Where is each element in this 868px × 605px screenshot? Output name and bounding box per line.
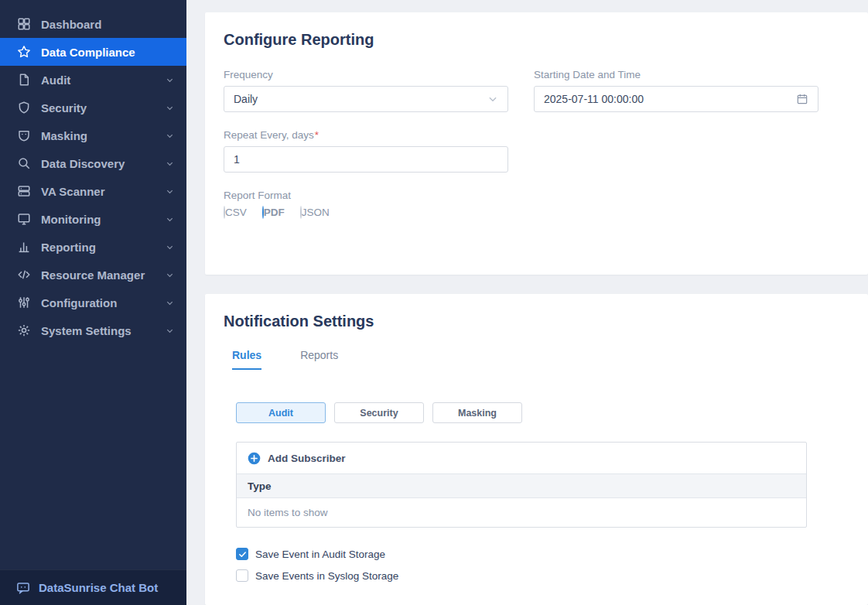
sidebar-item-label: Security — [41, 101, 155, 115]
sidebar-item-label: Dashboard — [41, 18, 174, 31]
table-header-type: Type — [237, 473, 806, 498]
checkbox-checked-icon — [236, 548, 248, 560]
notification-tabs: Rules Reports — [224, 349, 849, 370]
chevron-down-icon — [166, 299, 174, 307]
search-icon — [17, 156, 31, 170]
sidebar-item-security[interactable]: Security — [0, 94, 186, 121]
rules-panel: Audit Security Masking Add Subscriber Ty… — [224, 402, 849, 582]
storage-checkboxes: Save Event in Audit Storage Save Events … — [236, 548, 849, 582]
radio-csv[interactable]: CSV — [224, 207, 247, 218]
sidebar-item-label: Monitoring — [41, 213, 155, 226]
repeat-field: Repeat Every, days* — [224, 129, 508, 173]
app-root: Dashboard Data Compliance Audit Security — [0, 0, 868, 605]
document-icon — [17, 73, 31, 87]
add-subscriber-label: Add Subscriber — [268, 453, 346, 464]
configure-reporting-title: Configure Reporting — [224, 31, 849, 49]
radio-label: JSON — [302, 207, 330, 218]
grid-spacer — [534, 129, 818, 173]
shield-icon — [17, 101, 31, 115]
chevron-down-icon — [166, 243, 174, 251]
checkbox-unchecked-icon — [236, 569, 248, 582]
syslog-storage-checkbox[interactable]: Save Events in Syslog Storage — [236, 569, 849, 582]
radio-pdf[interactable]: PDF — [262, 207, 285, 218]
checkbox-label: Save Event in Audit Storage — [255, 549, 385, 560]
sidebar-item-dashboard[interactable]: Dashboard — [0, 10, 186, 38]
sidebar-item-resource-manager[interactable]: Resource Manager — [0, 261, 186, 289]
tab-reports[interactable]: Reports — [300, 349, 338, 370]
required-asterisk: * — [315, 129, 319, 141]
repeat-input[interactable] — [224, 146, 508, 173]
table-empty-row: No items to show — [237, 498, 806, 527]
chatbot-button[interactable]: DataSunrise Chat Bot — [0, 569, 186, 605]
subscribers-table: Add Subscriber Type No items to show — [236, 442, 807, 528]
gear-icon — [17, 323, 31, 337]
sidebar-item-label: Reporting — [41, 241, 155, 254]
chat-bubble-icon — [16, 581, 30, 595]
chevron-down-icon — [166, 187, 174, 196]
sidebar-item-system-settings[interactable]: System Settings — [0, 316, 186, 344]
start-datetime-value: 2025-07-11 00:00:00 — [544, 93, 796, 105]
radio-label: CSV — [225, 207, 247, 218]
sidebar-item-label: VA Scanner — [41, 185, 155, 198]
chatbot-label: DataSunrise Chat Bot — [39, 581, 158, 594]
chevron-down-icon — [166, 132, 174, 140]
radio-json[interactable]: JSON — [300, 207, 330, 218]
plus-circle-icon — [248, 452, 261, 465]
rule-type-masking-button[interactable]: Masking — [432, 402, 522, 423]
report-format-label: Report Format — [224, 190, 508, 201]
configure-reporting-card: Configure Reporting Frequency Daily Star… — [205, 12, 868, 275]
sidebar-item-label: Resource Manager — [41, 268, 155, 282]
main-content: Configure Reporting Frequency Daily Star… — [186, 0, 868, 605]
start-datetime-field: Starting Date and Time 2025-07-11 00:00:… — [534, 69, 818, 112]
radio-icon — [300, 206, 302, 219]
repeat-label: Repeat Every, days* — [224, 129, 508, 141]
sidebar-item-va-scanner[interactable]: VA Scanner — [0, 177, 186, 205]
mask-icon — [17, 128, 31, 142]
frequency-select[interactable]: Daily — [224, 86, 508, 112]
reporting-form: Frequency Daily Starting Date and Time 2… — [224, 69, 849, 224]
rule-type-audit-button[interactable]: Audit — [236, 402, 326, 423]
notification-settings-card: Notification Settings Rules Reports Audi… — [205, 294, 868, 605]
dashboard-icon — [17, 17, 31, 31]
chevron-down-icon — [166, 159, 174, 168]
sidebar-item-data-compliance[interactable]: Data Compliance — [0, 38, 186, 66]
sidebar-item-reporting[interactable]: Reporting — [0, 233, 186, 261]
sidebar-item-label: Data Compliance — [41, 46, 174, 59]
start-datetime-label: Starting Date and Time — [534, 69, 818, 80]
report-format-field: Report Format CSV PDF JSON — [224, 190, 508, 224]
bar-chart-icon — [17, 240, 31, 254]
frequency-label: Frequency — [224, 69, 508, 80]
notification-settings-title: Notification Settings — [224, 313, 849, 330]
scanner-icon — [17, 184, 31, 198]
sidebar-item-configuration[interactable]: Configuration — [0, 289, 186, 316]
sidebar-item-masking[interactable]: Masking — [0, 121, 186, 149]
frequency-value: Daily — [234, 93, 487, 105]
add-subscriber-button[interactable]: Add Subscriber — [237, 443, 806, 473]
report-format-radio-group: CSV PDF JSON — [224, 207, 508, 224]
sidebar-item-label: System Settings — [41, 324, 155, 337]
sidebar-item-data-discovery[interactable]: Data Discovery — [0, 149, 186, 177]
chevron-down-icon — [166, 76, 174, 84]
tab-rules[interactable]: Rules — [232, 349, 261, 370]
chevron-down-icon — [166, 326, 174, 335]
radio-icon — [224, 206, 225, 219]
sidebar-item-monitoring[interactable]: Monitoring — [0, 205, 186, 233]
star-icon — [17, 45, 31, 59]
monitor-icon — [17, 212, 31, 226]
sidebar-item-label: Configuration — [41, 296, 155, 309]
calendar-icon[interactable] — [796, 93, 808, 105]
chevron-down-icon — [487, 94, 498, 104]
audit-storage-checkbox[interactable]: Save Event in Audit Storage — [236, 548, 849, 560]
chevron-down-icon — [166, 215, 174, 224]
code-icon — [17, 268, 31, 282]
sidebar-item-label: Data Discovery — [41, 157, 155, 170]
sidebar-item-label: Audit — [41, 73, 155, 87]
chevron-down-icon — [166, 104, 174, 112]
sidebar: Dashboard Data Compliance Audit Security — [0, 0, 186, 605]
radio-icon — [262, 206, 264, 219]
rule-type-security-button[interactable]: Security — [334, 402, 424, 423]
sidebar-item-audit[interactable]: Audit — [0, 66, 186, 94]
rule-type-button-group: Audit Security Masking — [236, 402, 849, 423]
start-datetime-input[interactable]: 2025-07-11 00:00:00 — [534, 86, 818, 112]
frequency-field: Frequency Daily — [224, 69, 508, 112]
